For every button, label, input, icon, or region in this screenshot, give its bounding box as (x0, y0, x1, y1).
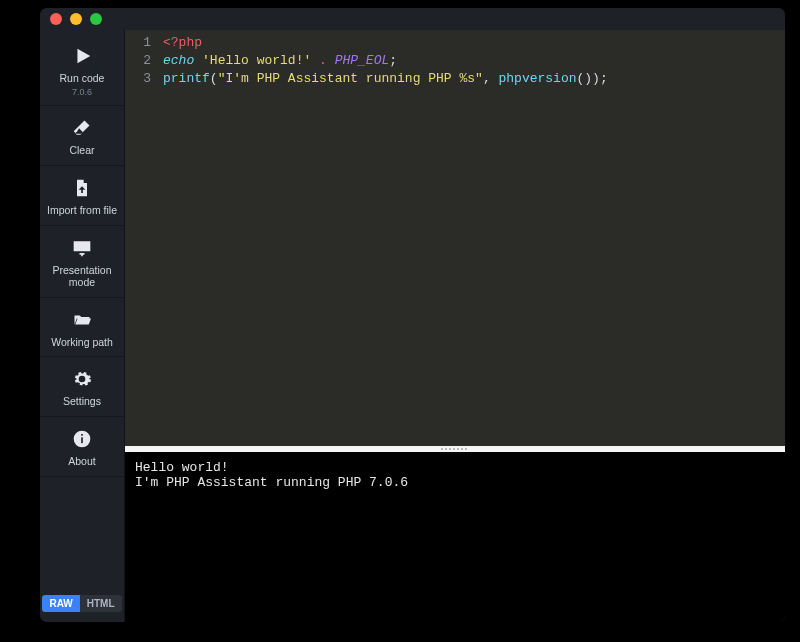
line-number: 1 (125, 34, 151, 52)
php-version-label: 7.0.6 (72, 87, 92, 98)
settings-label: Settings (63, 395, 101, 408)
code-content[interactable]: <?php echo 'Hello world!' . PHP_EOL; pri… (159, 30, 785, 446)
svg-rect-1 (81, 437, 83, 443)
settings-button[interactable]: Settings (40, 357, 124, 417)
code-token: ; (389, 53, 397, 68)
monitor-icon (69, 236, 95, 260)
code-editor[interactable]: 1 2 3 <?php echo 'Hello world!' . PHP_EO… (125, 30, 785, 446)
run-code-label: Run code (60, 72, 105, 85)
clear-label: Clear (69, 144, 94, 157)
output-line: Hello world! (135, 460, 229, 475)
window-maximize-button[interactable] (90, 13, 102, 25)
output-mode-toggle: RAW HTML (40, 595, 124, 622)
code-token: "I'm PHP Assistant running PHP %s" (218, 71, 483, 86)
gear-icon (69, 367, 95, 391)
svg-rect-2 (81, 434, 83, 436)
presentation-mode-button[interactable]: Presentation mode (40, 226, 124, 298)
code-token: printf (163, 71, 210, 86)
raw-mode-button[interactable]: RAW (42, 595, 79, 612)
code-token: phpversion (498, 71, 576, 86)
clear-button[interactable]: Clear (40, 106, 124, 166)
window-close-button[interactable] (50, 13, 62, 25)
window-minimize-button[interactable] (70, 13, 82, 25)
code-token: echo (163, 53, 194, 68)
line-number: 3 (125, 70, 151, 88)
run-code-button[interactable]: Run code 7.0.6 (40, 34, 124, 106)
code-token: PHP_EOL (335, 53, 390, 68)
info-icon (69, 427, 95, 451)
output-panel[interactable]: Hello world! I'm PHP Assistant running P… (125, 452, 785, 622)
play-icon (69, 44, 95, 68)
app-window: Run code 7.0.6 Clear Import from file (40, 8, 785, 622)
folder-open-icon (69, 308, 95, 332)
line-gutter: 1 2 3 (125, 30, 159, 446)
code-token: . (311, 53, 334, 68)
code-token: , (483, 71, 499, 86)
about-label: About (68, 455, 95, 468)
titlebar[interactable] (40, 8, 785, 30)
file-import-icon (69, 176, 95, 200)
code-token: 'Hello world!' (202, 53, 311, 68)
working-path-button[interactable]: Working path (40, 298, 124, 358)
main-area: 1 2 3 <?php echo 'Hello world!' . PHP_EO… (125, 30, 785, 622)
sidebar: Run code 7.0.6 Clear Import from file (40, 30, 125, 622)
code-token: <?php (163, 35, 202, 50)
presentation-label: Presentation mode (42, 264, 122, 289)
code-token: ( (210, 71, 218, 86)
output-line: I'm PHP Assistant running PHP 7.0.6 (135, 475, 408, 490)
import-from-file-button[interactable]: Import from file (40, 166, 124, 226)
import-label: Import from file (47, 204, 117, 217)
line-number: 2 (125, 52, 151, 70)
eraser-icon (69, 116, 95, 140)
about-button[interactable]: About (40, 417, 124, 477)
code-token: ()); (577, 71, 608, 86)
html-mode-button[interactable]: HTML (80, 595, 122, 612)
working-path-label: Working path (51, 336, 113, 349)
